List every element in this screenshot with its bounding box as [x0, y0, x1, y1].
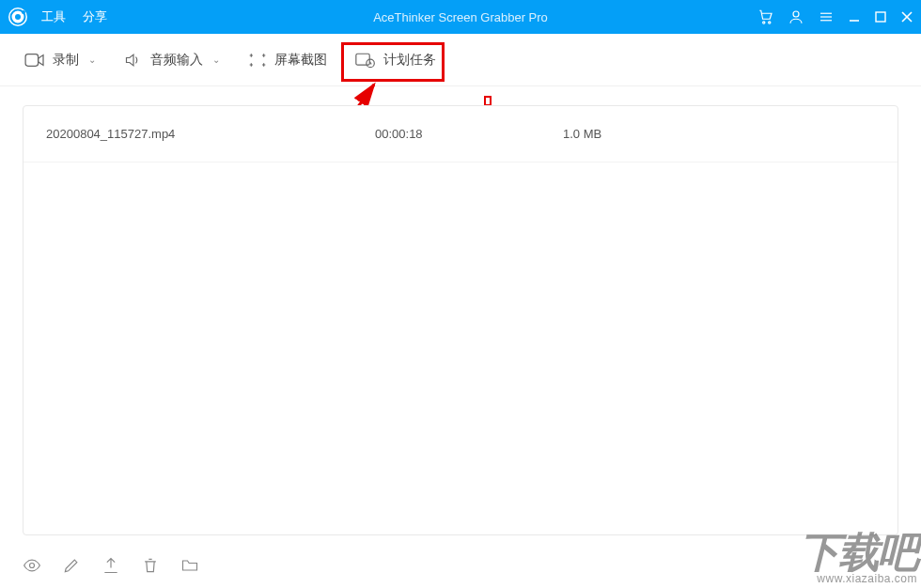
camera-icon [24, 52, 45, 69]
app-title: AceThinker Screen Grabber Pro [373, 10, 548, 24]
edit-button[interactable] [62, 556, 81, 575]
svg-point-6 [793, 11, 799, 17]
titlebar-right [757, 8, 913, 25]
audio-input-label: 音频输入 [150, 52, 203, 69]
preview-button[interactable] [23, 556, 41, 575]
account-icon[interactable] [788, 8, 804, 25]
scheduled-task-button[interactable]: 计划任务 [353, 48, 438, 72]
upload-button[interactable] [101, 556, 120, 575]
schedule-icon [355, 52, 376, 69]
record-button[interactable]: 录制 ⌄ [23, 48, 98, 72]
app-logo-icon [8, 7, 28, 27]
record-label: 录制 [53, 52, 79, 69]
recording-name: 20200804_115727.mp4 [46, 127, 375, 141]
svg-rect-14 [25, 54, 38, 66]
maximize-button[interactable] [874, 10, 887, 23]
screenshot-label: 屏幕截图 [274, 52, 327, 69]
svg-point-5 [769, 22, 771, 23]
bottom-toolbar [0, 543, 921, 588]
recordings-list: 20200804_115727.mp4 00:00:18 1.0 MB [23, 105, 898, 535]
svg-point-18 [30, 564, 35, 568]
menu-share[interactable]: 分享 [83, 8, 107, 25]
svg-point-3 [22, 10, 25, 14]
toolbar: 录制 ⌄ 音频输入 ⌄ 屏幕截图 计划任务 [0, 34, 921, 86]
svg-rect-11 [876, 12, 885, 22]
scheduled-task-label: 计划任务 [383, 52, 436, 69]
close-button[interactable] [900, 10, 913, 23]
minimize-button[interactable] [848, 10, 861, 23]
svg-point-4 [763, 22, 765, 23]
delete-button[interactable] [141, 556, 160, 575]
menu-tools[interactable]: 工具 [41, 8, 66, 25]
crop-icon [248, 52, 267, 69]
screenshot-button[interactable]: 屏幕截图 [246, 48, 329, 72]
chevron-down-icon: ⌄ [88, 54, 96, 65]
hamburger-menu-icon[interactable] [818, 8, 835, 25]
chevron-down-icon: ⌄ [212, 54, 220, 65]
svg-rect-15 [356, 54, 369, 65]
table-row[interactable]: 20200804_115727.mp4 00:00:18 1.0 MB [23, 106, 898, 162]
cart-icon[interactable] [757, 8, 774, 25]
open-folder-button[interactable] [180, 556, 199, 575]
audio-input-button[interactable]: 音频输入 ⌄ [122, 48, 222, 72]
recording-size: 1.0 MB [563, 127, 875, 141]
titlebar: 工具 分享 AceThinker Screen Grabber Pro [0, 0, 921, 34]
recording-duration: 00:00:18 [375, 127, 563, 141]
speaker-icon [124, 52, 143, 69]
svg-point-2 [15, 14, 21, 20]
